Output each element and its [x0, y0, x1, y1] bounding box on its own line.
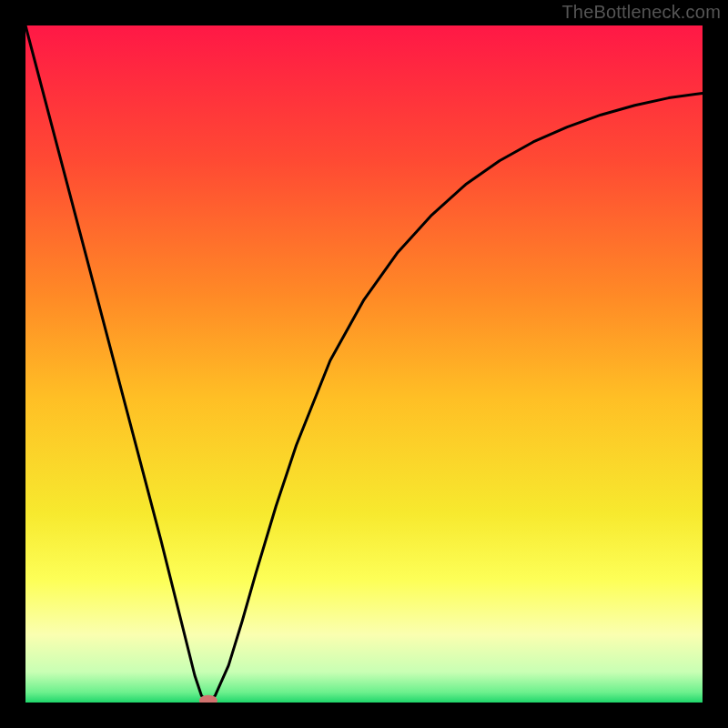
chart-frame: TheBottleneck.com [0, 0, 728, 728]
curve-layer [25, 25, 703, 703]
watermark-text: TheBottleneck.com [561, 2, 721, 23]
chart-plot-area [25, 25, 703, 703]
bottleneck-curve [25, 25, 703, 703]
